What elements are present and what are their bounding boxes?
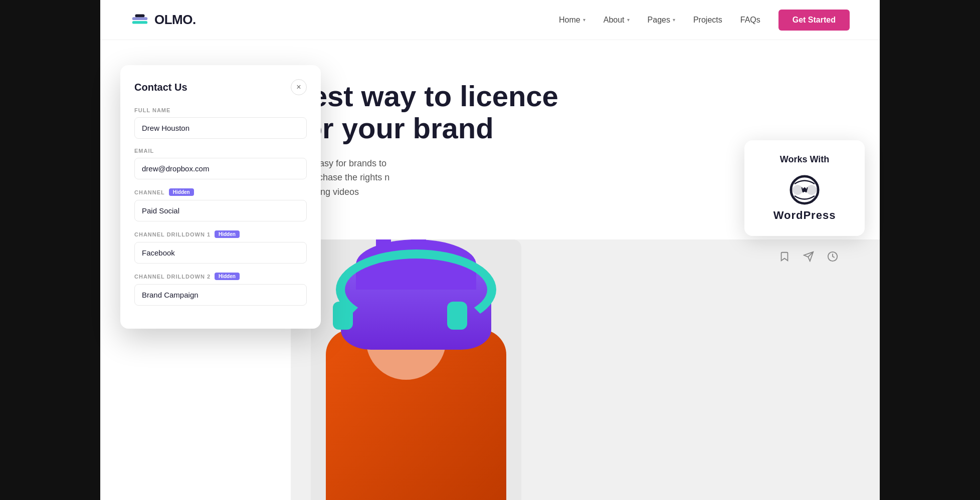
dark-right-panel (880, 0, 980, 500)
navbar: OLMO. Home ▾ About ▾ Pages ▾ Projects FA… (100, 0, 880, 40)
dark-left-panel (0, 0, 100, 500)
toolbar-icons (777, 249, 840, 264)
wordpress-icon: W (790, 175, 820, 205)
channel-drilldown1-hidden-badge: Hidden (215, 230, 240, 238)
get-started-button[interactable]: Get Started (778, 10, 850, 31)
works-with-title: Works With (756, 154, 853, 165)
input-channel-drilldown-1[interactable] (134, 242, 307, 264)
form-group-full-name: FULL NAME (134, 107, 307, 139)
modal-header: Contact Us × (134, 79, 307, 95)
input-channel-drilldown-2[interactable] (134, 284, 307, 306)
logo-icon (130, 11, 149, 30)
wordpress-text: WordPress (773, 209, 836, 222)
svg-text:W: W (801, 186, 808, 194)
bookmark-icon[interactable] (777, 249, 792, 264)
label-channel-drilldown-2: CHANNEL DRILLDOWN 2 Hidden (134, 273, 307, 280)
channel-drilldown2-hidden-badge: Hidden (215, 273, 240, 280)
wordpress-logo: W WordPress (756, 175, 853, 222)
nav-faqs[interactable]: FAQs (740, 16, 760, 25)
form-group-channel-drilldown-2: CHANNEL DRILLDOWN 2 Hidden (134, 273, 307, 306)
nav-about[interactable]: About ▾ (604, 16, 630, 25)
label-channel: CHANNEL Hidden (134, 188, 307, 196)
form-group-channel: CHANNEL Hidden (134, 188, 307, 221)
channel-hidden-badge: Hidden (169, 188, 194, 196)
input-email[interactable] (134, 158, 307, 179)
hero-image-area (291, 239, 880, 500)
logo[interactable]: OLMO. (130, 11, 196, 30)
pages-caret: ▾ (673, 17, 675, 23)
logo-text: OLMO. (154, 12, 196, 28)
svg-rect-1 (132, 17, 147, 20)
clock-icon[interactable] (826, 249, 840, 264)
nav-projects[interactable]: Projects (693, 16, 722, 25)
label-full-name: FULL NAME (134, 107, 307, 113)
works-with-card: Works With W WordPress (744, 140, 865, 236)
svg-rect-0 (132, 21, 147, 24)
form-group-email: EMAIL (134, 148, 307, 179)
nav-home[interactable]: Home ▾ (559, 16, 585, 25)
nav-pages[interactable]: Pages ▾ (648, 16, 675, 25)
input-full-name[interactable] (134, 117, 307, 139)
person-figure (311, 239, 521, 500)
form-group-channel-drilldown-1: CHANNEL DRILLDOWN 1 Hidden (134, 230, 307, 264)
label-email: EMAIL (134, 148, 307, 154)
contact-modal: Contact Us × FULL NAME EMAIL CHANNEL Hid… (120, 65, 321, 329)
svg-rect-2 (135, 14, 145, 17)
input-channel[interactable] (134, 200, 307, 221)
home-caret: ▾ (583, 17, 585, 23)
modal-title: Contact Us (134, 82, 187, 93)
about-caret: ▾ (627, 17, 630, 23)
nav-links: Home ▾ About ▾ Pages ▾ Projects FAQs Get… (559, 10, 850, 31)
share-icon[interactable] (802, 249, 816, 264)
modal-close-button[interactable]: × (291, 79, 307, 95)
label-channel-drilldown-1: CHANNEL DRILLDOWN 1 Hidden (134, 230, 307, 238)
